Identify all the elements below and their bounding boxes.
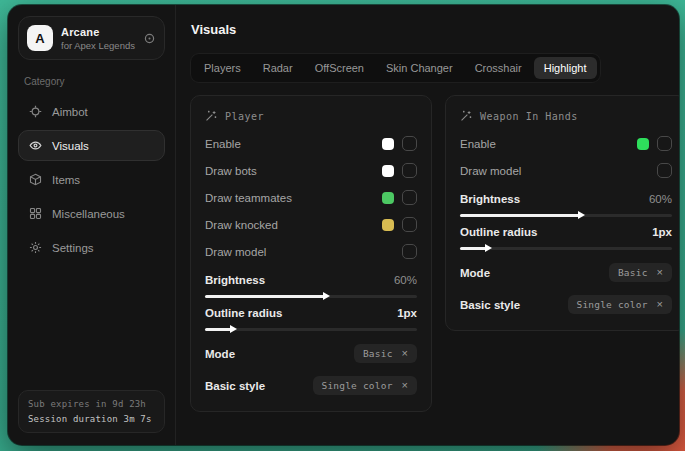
toggle-row-enable: Enable	[205, 130, 417, 157]
brand-text: Arcane for Apex Legends	[61, 26, 135, 51]
close-icon[interactable]: ×	[657, 267, 663, 278]
select-row-mode: Mode Basic ×	[205, 344, 417, 363]
select-label: Mode	[205, 348, 235, 360]
box-icon	[29, 173, 42, 186]
tag-basic[interactable]: Basic ×	[354, 344, 417, 363]
checkbox-draw-knocked[interactable]	[402, 217, 417, 232]
slider-row-outline-radius: Outline radius 1px	[205, 307, 417, 331]
close-icon[interactable]: ×	[402, 380, 408, 391]
magic-wand-icon	[205, 110, 217, 122]
sidebar-item-label: Visuals	[52, 140, 89, 152]
sidebar-item-label: Miscellaneous	[52, 208, 125, 220]
tab-radar[interactable]: Radar	[253, 57, 303, 79]
slider-thumb[interactable]	[578, 211, 585, 219]
tag-basic[interactable]: Basic ×	[609, 263, 672, 282]
toggle-label: Draw teammates	[205, 192, 292, 204]
desktop-background: A Arcane for Apex Legends Category Aimbo…	[0, 0, 685, 451]
checkbox-draw-model[interactable]	[402, 244, 417, 259]
checkbox-enable[interactable]	[402, 136, 417, 151]
slider-value: 1px	[397, 307, 417, 319]
color-swatch[interactable]	[382, 192, 394, 204]
toggle-controls	[637, 136, 672, 151]
toggle-row-draw-model: Draw model	[205, 238, 417, 265]
slider-row-brightness: Brightness 60%	[205, 274, 417, 298]
color-swatch[interactable]	[382, 138, 394, 150]
slider-thumb[interactable]	[485, 244, 492, 252]
panel-title: Weapon In Hands	[480, 111, 578, 122]
sidebar-item-miscellaneous[interactable]: Miscellaneous	[18, 198, 165, 229]
panels-container: Player Enable Draw bots Draw teammates	[190, 95, 679, 412]
slider-value: 1px	[652, 226, 672, 238]
toggle-row-draw-model: Draw model	[460, 157, 672, 184]
close-icon[interactable]: ×	[402, 348, 408, 359]
slider-header: Brightness 60%	[460, 193, 672, 205]
tag-single-color[interactable]: Single color ×	[313, 376, 417, 395]
sidebar-item-label: Items	[52, 174, 80, 186]
sidebar-item-items[interactable]: Items	[18, 164, 165, 195]
slider-label: Brightness	[460, 193, 520, 205]
toggle-label: Draw model	[460, 165, 521, 177]
toggle-controls	[382, 190, 417, 205]
sidebar-item-aimbot[interactable]: Aimbot	[18, 96, 165, 127]
checkbox-draw-teammates[interactable]	[402, 190, 417, 205]
select-label: Mode	[460, 267, 490, 279]
select-row-mode: Mode Basic ×	[460, 263, 672, 282]
tab-crosshair[interactable]: Crosshair	[465, 57, 532, 79]
select-label: Basic style	[205, 380, 265, 392]
toggle-label: Enable	[205, 138, 241, 150]
toggle-row-enable: Enable	[460, 130, 672, 157]
select-label: Basic style	[460, 299, 520, 311]
select-row-basic-style: Basic style Single color ×	[205, 376, 417, 395]
eye-icon	[29, 139, 42, 152]
magic-wand-icon	[460, 110, 472, 122]
color-swatch[interactable]	[637, 138, 649, 150]
toggle-label: Draw knocked	[205, 219, 278, 231]
tab-skin-changer[interactable]: Skin Changer	[376, 57, 463, 79]
slider-header: Brightness 60%	[205, 274, 417, 286]
toggle-controls	[382, 136, 417, 151]
target-icon[interactable]	[143, 32, 156, 45]
slider-fill	[460, 214, 581, 217]
slider-value: 60%	[649, 193, 672, 205]
tab-players[interactable]: Players	[194, 57, 251, 79]
color-swatch[interactable]	[382, 165, 394, 177]
slider-label: Brightness	[205, 274, 265, 286]
sidebar: A Arcane for Apex Legends Category Aimbo…	[8, 5, 176, 445]
tag-single-color[interactable]: Single color ×	[568, 295, 672, 314]
tab-highlight[interactable]: Highlight	[534, 57, 597, 79]
slider-thumb[interactable]	[323, 292, 330, 300]
slider-label: Outline radius	[460, 226, 537, 238]
slider-track-brightness[interactable]	[460, 214, 672, 217]
slider-thumb[interactable]	[230, 325, 237, 333]
grid-icon	[29, 207, 42, 220]
app-name: Arcane	[61, 26, 135, 38]
toggle-label: Draw bots	[205, 165, 257, 177]
category-label: Category	[24, 76, 159, 87]
slider-fill	[205, 295, 326, 298]
panel-title: Player	[225, 111, 264, 122]
checkbox-enable[interactable]	[657, 136, 672, 151]
slider-track-outline-radius[interactable]	[205, 328, 417, 331]
tab-offscreen[interactable]: OffScreen	[305, 57, 374, 79]
sidebar-item-visuals[interactable]: Visuals	[18, 130, 165, 161]
checkbox-draw-bots[interactable]	[402, 163, 417, 178]
sidebar-item-settings[interactable]: Settings	[18, 232, 165, 263]
slider-row-brightness: Brightness 60%	[460, 193, 672, 217]
slider-track-brightness[interactable]	[205, 295, 417, 298]
subscription-info: Sub expires in 9d 23h Session duration 3…	[18, 390, 165, 433]
slider-track-outline-radius[interactable]	[460, 247, 672, 250]
tag-label: Basic	[618, 267, 648, 278]
app-logo: A	[27, 25, 53, 51]
color-swatch[interactable]	[382, 219, 394, 231]
slider-row-outline-radius: Outline radius 1px	[460, 226, 672, 250]
toggle-row-draw-knocked: Draw knocked	[205, 211, 417, 238]
slider-value: 60%	[394, 274, 417, 286]
close-icon[interactable]: ×	[657, 299, 663, 310]
crosshair-icon	[29, 105, 42, 118]
sidebar-item-label: Aimbot	[52, 106, 88, 118]
panel-player: Player Enable Draw bots Draw teammates	[190, 95, 432, 412]
checkbox-draw-model[interactable]	[657, 163, 672, 178]
main-content: Visuals Players Radar OffScreen Skin Cha…	[176, 5, 679, 445]
toggle-row-draw-bots: Draw bots	[205, 157, 417, 184]
session-duration-text: Session duration 3m 7s	[28, 414, 155, 424]
